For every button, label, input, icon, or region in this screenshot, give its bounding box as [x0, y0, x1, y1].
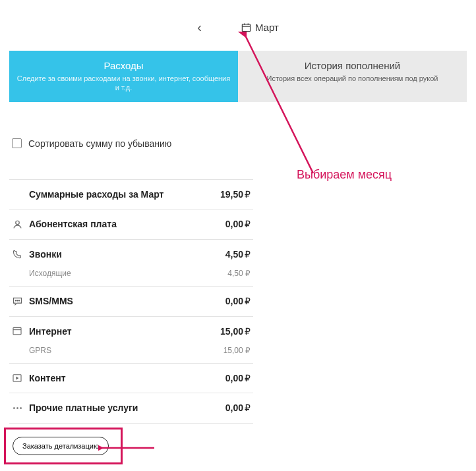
- tab-expenses-title: Расходы: [16, 60, 231, 71]
- subrow-gprs: GPRS 15,00 ₽: [9, 346, 253, 363]
- person-icon: [12, 219, 29, 230]
- row-label: Абонентская плата: [29, 219, 225, 229]
- row-label: Контент: [29, 373, 225, 383]
- browser-icon: [12, 326, 29, 337]
- annotation-arrow-1: [237, 32, 343, 180]
- row-label: Звонки: [29, 249, 225, 260]
- row-amount: 0,00₽: [225, 373, 251, 383]
- row-other[interactable]: Прочие платные услуги 0,00₽: [9, 393, 253, 424]
- sub-label: Исходящие: [29, 269, 227, 278]
- summary-row: Суммарные расходы за Март 19,50₽: [9, 179, 253, 209]
- checkbox-icon: [12, 138, 22, 148]
- phone-icon: [12, 249, 29, 260]
- summary-amount: 19,50₽: [220, 189, 251, 200]
- row-amount: 0,00₽: [225, 296, 251, 306]
- sort-label: Сортировать сумму по убыванию: [28, 138, 171, 149]
- svg-point-5: [15, 300, 16, 300]
- row-sms[interactable]: SMS/MMS 0,00₽: [9, 286, 253, 316]
- row-calls[interactable]: Звонки 4,50₽: [9, 239, 253, 269]
- row-label: Интернет: [29, 326, 220, 337]
- play-icon: [12, 373, 29, 383]
- svg-point-12: [16, 407, 18, 409]
- row-label: SMS/MMS: [29, 296, 225, 306]
- tab-expenses[interactable]: Расходы Следите за своими расходами на з…: [9, 51, 238, 102]
- summary-label: Суммарные расходы за Март: [29, 189, 220, 200]
- tab-expenses-sub: Следите за своими расходами на звонки, и…: [16, 74, 231, 93]
- sub-amount: 4,50 ₽: [227, 269, 251, 278]
- svg-rect-0: [242, 24, 250, 32]
- row-subscription[interactable]: Абонентская плата 0,00₽: [9, 209, 253, 239]
- subrow-outgoing: Исходящие 4,50 ₽: [9, 269, 253, 286]
- svg-point-6: [17, 300, 18, 300]
- prev-month-button[interactable]: ‹: [197, 20, 202, 35]
- sub-amount: 15,00 ₽: [223, 346, 251, 355]
- row-content[interactable]: Контент 0,00₽: [9, 363, 253, 393]
- message-icon: [12, 296, 29, 307]
- sub-label: GPRS: [29, 346, 223, 355]
- row-internet[interactable]: Интернет 15,00₽: [9, 316, 253, 346]
- svg-point-4: [16, 221, 19, 224]
- calendar-icon: [241, 22, 251, 32]
- order-details-button[interactable]: Заказать детализацию: [13, 437, 109, 455]
- svg-point-7: [18, 300, 19, 300]
- row-amount: 4,50₽: [225, 249, 251, 260]
- svg-point-13: [20, 407, 22, 409]
- row-amount: 0,00₽: [225, 219, 251, 229]
- sort-toggle[interactable]: Сортировать сумму по убыванию: [9, 138, 253, 155]
- row-amount: 0,00₽: [225, 402, 251, 413]
- row-amount: 15,00₽: [220, 326, 251, 337]
- more-icon: [12, 402, 29, 414]
- svg-rect-8: [13, 327, 21, 334]
- svg-point-11: [13, 407, 15, 409]
- annotation-arrow-2: [98, 439, 158, 457]
- row-label: Прочие платные услуги: [29, 402, 225, 413]
- svg-line-14: [246, 37, 313, 173]
